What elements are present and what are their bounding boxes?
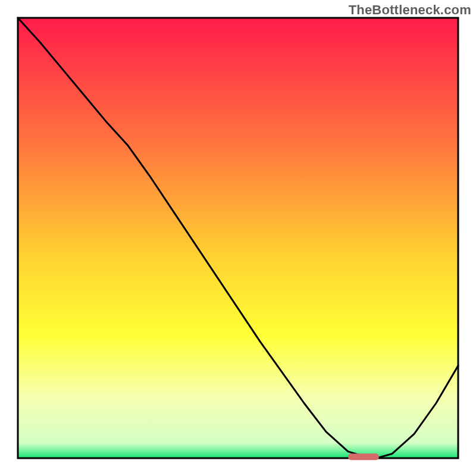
bottleneck-chart — [0, 0, 476, 476]
optimal-marker — [348, 453, 379, 460]
plot-background — [18, 18, 458, 458]
watermark-label: TheBottleneck.com — [349, 2, 471, 18]
chart-container: TheBottleneck.com — [0, 0, 476, 476]
